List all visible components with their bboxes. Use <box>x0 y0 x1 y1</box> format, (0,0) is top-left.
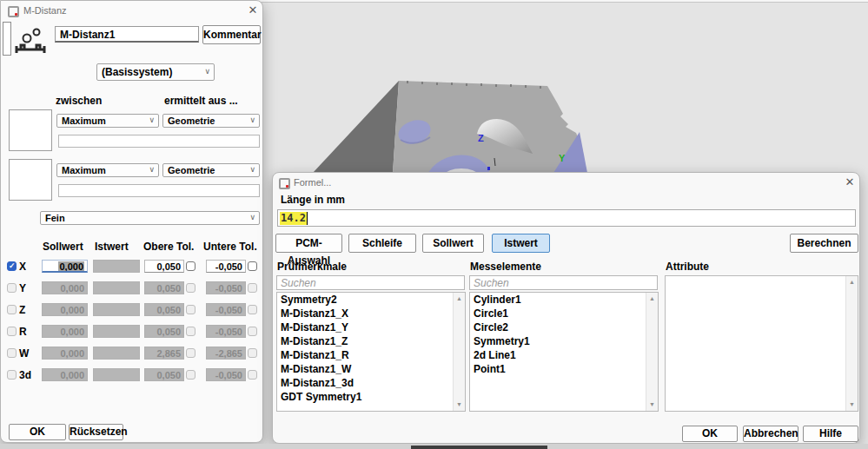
obere-tol-input[interactable]: 0,050 <box>144 260 184 273</box>
untere-tol-input[interactable]: -0,050 <box>206 368 246 381</box>
formel-titlebar[interactable]: Formel... <box>273 173 859 192</box>
table-row: R 0,000 0,050 -0,050 <box>1 325 264 339</box>
header-obere-tol: Obere Tol. <box>143 241 194 253</box>
obere-tol-input[interactable]: 0,050 <box>144 368 184 381</box>
sollwert-input[interactable]: 0,000 <box>42 368 88 381</box>
m-distanz-titlebar[interactable]: M-Distanz <box>1 1 262 20</box>
list-item[interactable]: Cylinder1 <box>470 293 658 307</box>
table-row: Y 0,000 0,050 -0,050 <box>1 281 264 295</box>
sollwert-input[interactable]: 0,000 <box>42 281 88 294</box>
obere-tol-checkbox[interactable] <box>186 327 195 336</box>
istwert-box <box>93 260 140 273</box>
list-item[interactable]: M-Distanz1_Y <box>277 320 465 334</box>
untere-tol-input[interactable]: -2,865 <box>206 347 246 360</box>
feature-name-input[interactable]: M-Distanz1 <box>55 26 199 43</box>
obere-tol-input[interactable]: 0,050 <box>144 325 184 338</box>
untere-tol-input[interactable]: -0,050 <box>206 281 246 294</box>
istwert-box <box>93 368 140 381</box>
untere-tol-checkbox[interactable] <box>248 327 257 336</box>
obere-tol-input[interactable]: 0,050 <box>144 303 184 316</box>
element-input-2[interactable] <box>58 184 260 197</box>
sollwert-input[interactable]: 0,000 <box>42 347 88 360</box>
obere-tol-checkbox[interactable] <box>186 283 195 293</box>
ok-button[interactable]: OK <box>682 426 738 442</box>
obere-tol-input[interactable]: 2,865 <box>144 347 184 360</box>
untere-tol-input[interactable]: -0,050 <box>206 260 246 273</box>
obere-tol-input[interactable]: 0,050 <box>144 281 184 294</box>
taskbar-fragment <box>411 446 547 449</box>
list-item[interactable]: GDT Symmetry1 <box>277 390 465 404</box>
list-item[interactable]: M-Distanz1_X <box>277 307 465 320</box>
untere-tol-checkbox[interactable] <box>248 283 257 293</box>
element-preview-box-1 <box>9 109 52 151</box>
pcm-auswahl-button[interactable]: PCM-Auswahl <box>275 234 342 253</box>
untere-tol-checkbox[interactable] <box>248 370 257 380</box>
zwischen-dropdown-2[interactable]: Maximum <box>56 163 159 177</box>
istwert-button-active[interactable]: Istwert <box>492 234 550 253</box>
close-icon[interactable] <box>843 175 857 189</box>
untere-tol-checkbox[interactable] <box>248 348 257 358</box>
scrollbar[interactable] <box>845 276 858 411</box>
axis-checkbox[interactable] <box>7 261 17 271</box>
scroll-up-icon[interactable] <box>846 277 858 287</box>
schleife-button[interactable]: Schleife <box>348 234 416 253</box>
kommentar-button[interactable]: Kommentar <box>202 25 261 44</box>
istwert-box <box>93 325 140 338</box>
obere-tol-checkbox[interactable] <box>186 261 195 271</box>
pruefmerkmale-search-input[interactable] <box>276 275 465 290</box>
list-item[interactable]: M-Distanz1_R <box>277 348 465 362</box>
list-item[interactable]: M-Distanz1_Z <box>277 334 465 348</box>
scrollbar[interactable] <box>453 293 465 411</box>
sollwert-input[interactable]: 0,000 <box>42 303 88 316</box>
abbrechen-button[interactable]: Abbrechen <box>743 426 798 442</box>
untere-tol-input[interactable]: -0,050 <box>206 325 246 338</box>
list-item[interactable]: M-Distanz1_3d <box>277 376 465 390</box>
obere-tol-checkbox[interactable] <box>186 305 195 314</box>
list-item[interactable]: 2d Line1 <box>470 348 658 362</box>
ruecksetzen-button[interactable]: Rücksetzen <box>69 424 123 440</box>
zwischen-label: zwischen <box>56 95 102 107</box>
table-row: Z 0,000 0,050 -0,050 <box>1 303 264 317</box>
untere-tol-checkbox[interactable] <box>248 305 257 314</box>
berechnen-button[interactable]: Berechnen <box>790 234 858 253</box>
scrollbar[interactable] <box>646 293 658 411</box>
close-icon[interactable] <box>246 3 260 17</box>
sollwert-input[interactable]: 0,000 <box>42 260 88 273</box>
scroll-up-icon[interactable] <box>454 294 465 304</box>
axis-checkbox[interactable] <box>7 348 17 358</box>
formula-input[interactable]: 14.2 <box>277 209 856 227</box>
ermittelt-dropdown-2[interactable]: Geometrie <box>162 163 260 177</box>
list-item[interactable]: M-Distanz1_W <box>277 362 465 376</box>
messelemente-search-input[interactable] <box>469 275 658 290</box>
axis-label: Y <box>19 282 26 294</box>
table-row: X 0,000 0,050 -0,050 <box>1 260 264 274</box>
list-item[interactable]: Symmetry2 <box>277 293 465 307</box>
sollwert-button[interactable]: Sollwert <box>422 234 484 253</box>
obere-tol-checkbox[interactable] <box>186 370 195 380</box>
hilfe-button[interactable]: Hilfe <box>803 426 858 442</box>
filter-fein-dropdown[interactable]: Fein <box>40 211 260 225</box>
list-item[interactable]: Point1 <box>470 362 658 376</box>
scroll-down-icon[interactable] <box>846 399 858 410</box>
untere-tol-input[interactable]: -0,050 <box>206 303 246 316</box>
axis-checkbox[interactable] <box>7 305 17 314</box>
list-item[interactable]: Circle2 <box>470 320 658 334</box>
sollwert-input[interactable]: 0,000 <box>42 325 88 338</box>
scroll-down-icon[interactable] <box>646 399 658 410</box>
basissystem-dropdown[interactable]: (Basissystem) <box>96 63 215 81</box>
list-item[interactable]: Circle1 <box>470 307 658 320</box>
element-input-1[interactable] <box>58 135 260 148</box>
axis-label-z: Z <box>478 133 484 143</box>
zwischen-dropdown-1[interactable]: Maximum <box>56 114 159 128</box>
axis-checkbox[interactable] <box>7 370 17 380</box>
ok-button[interactable]: OK <box>9 424 66 440</box>
obere-tol-checkbox[interactable] <box>186 348 195 358</box>
scroll-up-icon[interactable] <box>646 294 658 304</box>
list-item[interactable]: Symmetry1 <box>470 334 658 348</box>
feature-color-strip <box>3 22 11 56</box>
scroll-down-icon[interactable] <box>454 399 465 410</box>
axis-checkbox[interactable] <box>7 283 17 293</box>
axis-checkbox[interactable] <box>7 327 17 336</box>
untere-tol-checkbox[interactable] <box>248 261 257 271</box>
ermittelt-dropdown-1[interactable]: Geometrie <box>162 114 260 128</box>
